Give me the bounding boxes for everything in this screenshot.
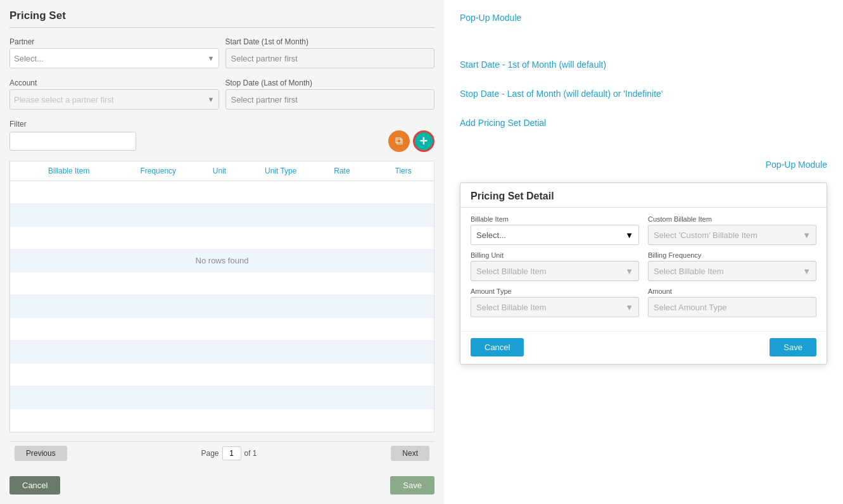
- custom-billable-chevron-icon: ▼: [802, 230, 811, 240]
- billing-unit-group: Billing Unit Select Billable Item ▼: [471, 251, 639, 281]
- amount-field: Select Amount Type: [648, 297, 816, 317]
- col-unit: Unit: [189, 165, 250, 177]
- amount-type-chevron-icon: ▼: [625, 303, 633, 312]
- billing-freq-text: Select Billable Item: [654, 267, 724, 276]
- filter-row: ⧉ +: [10, 130, 434, 152]
- table-row: [10, 295, 434, 318]
- col-tiers: Tiers: [372, 165, 434, 177]
- stop-date-group: Stop Date (Last of Month) Select partner…: [225, 79, 435, 110]
- partner-group: Partner Select... ▼: [10, 37, 219, 68]
- modal-body: Billable Item Select... ▼ Custom Billabl…: [460, 208, 827, 331]
- start-date-group: Start Date (1st of Month) Select partner…: [225, 37, 435, 68]
- modal-cancel-button[interactable]: Cancel: [471, 338, 524, 356]
- start-date-label: Start Date (1st of Month): [225, 37, 435, 46]
- custom-billable-label: Custom Billable Item: [648, 215, 816, 223]
- amount-text: Select Amount Type: [654, 303, 726, 312]
- custom-billable-text: Select 'Custom' Billable Item: [654, 230, 757, 240]
- custom-billable-group: Custom Billable Item Select 'Custom' Bil…: [648, 215, 816, 245]
- billing-freq-group: Billing Frequency Select Billable Item ▼: [648, 251, 816, 281]
- copy-icon: ⧉: [395, 135, 403, 148]
- top-popup-link[interactable]: Pop-Up Module: [460, 13, 827, 23]
- previous-button[interactable]: Previous: [15, 446, 67, 461]
- partner-select-wrapper[interactable]: Select... ▼: [10, 48, 219, 68]
- amount-label: Amount: [648, 287, 816, 295]
- account-chevron-icon: ▼: [208, 96, 215, 103]
- billing-unit-chevron-icon: ▼: [625, 267, 633, 276]
- save-button[interactable]: Save: [390, 476, 434, 495]
- account-group: Account Please select a partner first ▼: [10, 79, 219, 110]
- bottom-buttons: Cancel Save: [10, 476, 434, 495]
- modal-footer: Cancel Save: [460, 331, 827, 364]
- page-label: Page: [201, 449, 219, 458]
- partner-chevron-icon: ▼: [208, 54, 215, 62]
- filter-section: Filter ⧉ +: [10, 120, 434, 154]
- of-label: of 1: [244, 449, 257, 458]
- copy-button[interactable]: ⧉: [388, 130, 410, 152]
- table-row: [10, 227, 434, 249]
- col-billable-item: Billable Item: [10, 165, 127, 177]
- start-date-link[interactable]: Start Date - 1st of Month (will default): [460, 60, 827, 70]
- add-detail-link[interactable]: Add Pricing Set Detial: [460, 118, 827, 128]
- table-row: [10, 363, 434, 386]
- col-unit-type: Unit Type: [250, 165, 312, 177]
- table-header: Billable Item Frequency Unit Unit Type R…: [10, 161, 434, 181]
- col-rate: Rate: [312, 165, 373, 177]
- add-icon: +: [420, 133, 428, 149]
- table-row: No rows found: [10, 249, 434, 272]
- table-row: [10, 318, 434, 341]
- amount-type-text: Select Billable Item: [476, 303, 547, 312]
- billing-freq-label: Billing Frequency: [648, 251, 816, 259]
- page-info: Page of 1: [201, 446, 257, 460]
- account-stopdate-row: Account Please select a partner first ▼ …: [10, 79, 434, 110]
- stop-date-field: Select partner first: [225, 89, 435, 110]
- billing-unit-text: Select Billable Item: [476, 267, 547, 276]
- modal-row-3: Amount Type Select Billable Item ▼ Amoun…: [471, 287, 816, 317]
- billable-item-select-wrapper[interactable]: Select... ▼: [471, 225, 639, 245]
- partner-label: Partner: [10, 37, 219, 46]
- modal-row-1: Billable Item Select... ▼ Custom Billabl…: [471, 215, 816, 245]
- right-top-links: Pop-Up Module Start Date - 1st of Month …: [460, 13, 827, 141]
- table-row: [10, 204, 434, 227]
- partner-startdate-row: Partner Select... ▼ Start Date (1st of M…: [10, 37, 434, 68]
- stop-date-link[interactable]: Stop Date - Last of Month (will default)…: [460, 89, 827, 99]
- panel-title: Pricing Set: [10, 9, 434, 28]
- popup-module-label: Pop-Up Module: [460, 160, 827, 170]
- stop-date-label: Stop Date (Last of Month): [225, 79, 435, 87]
- billing-freq-field: Select Billable Item ▼: [648, 261, 816, 281]
- account-label: Account: [10, 79, 219, 87]
- table-row: [10, 386, 434, 409]
- amount-group: Amount Select Amount Type: [648, 287, 816, 317]
- modal-title: Pricing Set Detail: [460, 183, 827, 208]
- billable-item-group: Billable Item Select... ▼: [471, 215, 639, 245]
- right-panel: Pop-Up Module Start Date - 1st of Month …: [444, 0, 843, 504]
- table-row: [10, 181, 434, 204]
- start-date-field: Select partner first: [225, 48, 435, 68]
- filter-buttons: ⧉ +: [388, 130, 434, 152]
- pricing-table: Billable Item Frequency Unit Unit Type R…: [10, 161, 434, 432]
- table-row: [10, 341, 434, 363]
- billable-item-select[interactable]: Select...: [476, 230, 623, 240]
- billing-freq-chevron-icon: ▼: [802, 267, 811, 276]
- left-panel: Pricing Set Partner Select... ▼ Start Da…: [0, 0, 444, 504]
- filter-label: Filter: [10, 120, 434, 129]
- table-body: No rows found: [10, 181, 434, 409]
- billing-unit-label: Billing Unit: [471, 251, 639, 259]
- billable-item-chevron-icon: ▼: [625, 230, 633, 240]
- add-button[interactable]: +: [413, 130, 434, 152]
- account-select: Please select a partner first: [14, 95, 205, 104]
- modal-box: Pricing Set Detail Billable Item Select.…: [460, 182, 827, 365]
- amount-type-label: Amount Type: [471, 287, 639, 295]
- modal-save-button[interactable]: Save: [770, 338, 816, 356]
- cancel-button[interactable]: Cancel: [10, 476, 60, 495]
- custom-billable-field: Select 'Custom' Billable Item ▼: [648, 225, 816, 245]
- amount-type-group: Amount Type Select Billable Item ▼: [471, 287, 639, 317]
- next-button[interactable]: Next: [391, 446, 429, 461]
- account-select-wrapper: Please select a partner first ▼: [10, 89, 219, 110]
- page-input[interactable]: [222, 446, 241, 460]
- col-frequency: Frequency: [127, 165, 189, 177]
- partner-select[interactable]: Select...: [14, 54, 205, 63]
- filter-input[interactable]: [10, 132, 136, 151]
- billable-item-label: Billable Item: [471, 215, 639, 223]
- pagination-row: Previous Page of 1 Next: [10, 441, 434, 465]
- amount-type-field: Select Billable Item ▼: [471, 297, 639, 317]
